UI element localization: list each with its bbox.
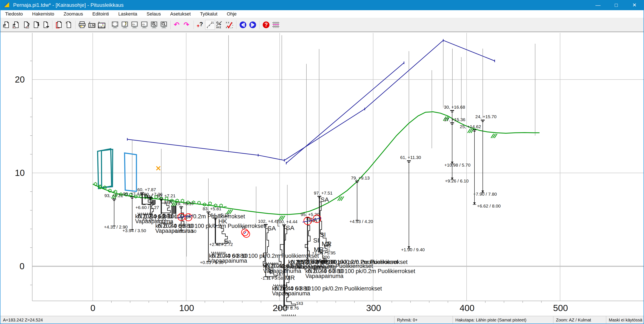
help-icon[interactable]: ?: [261, 20, 271, 30]
monitor-flash-icon[interactable]: [120, 20, 130, 30]
help-icon: ?: [262, 21, 270, 29]
monitor-flash-icon: [121, 21, 129, 29]
legend-vapaapainuma: Vapaapainuma: [305, 273, 344, 279]
monitor-pan-left-icon[interactable]: ⇦: [130, 20, 140, 30]
menu-item-zoomaus[interactable]: Zoomaus: [59, 10, 88, 18]
status-search-mode[interactable]: Hakutapa: Lähin piste (Samat pisteet): [453, 316, 554, 324]
app-logo-icon: [3, 2, 10, 9]
nav-next-icon[interactable]: [248, 20, 258, 30]
application-window: Pernaja.pi1.tdw* - [Kairausohje] - Pituu…: [0, 0, 644, 324]
sounding-bottom-label: +10.98 / 5.70: [444, 162, 470, 168]
points-check-icon[interactable]: x xx: [225, 20, 234, 30]
minimize-button[interactable]: —: [589, 0, 607, 10]
svg-text:x: x: [226, 26, 227, 29]
menu-item-ohje[interactable]: Ohje: [222, 10, 241, 18]
doc-arrow-down-icon: [32, 21, 40, 29]
docs-copy-red-icon: [55, 21, 63, 29]
y-axis-label: 20: [15, 74, 25, 84]
menu-item-selaus[interactable]: Selaus: [142, 10, 166, 18]
doc-open-chip-icon[interactable]: [12, 20, 21, 30]
sounding-top-label: 60, +7.87: [137, 187, 156, 192]
soil-label: MR: [285, 274, 295, 281]
measure-x21-icon: 21xx: [206, 21, 214, 29]
doc-open-up-icon: [2, 21, 10, 29]
doc-close-x-icon: x: [65, 21, 73, 29]
soil-label: SI: [320, 231, 326, 238]
doc-save-chip-icon: [22, 21, 30, 29]
maximize-button[interactable]: □: [607, 0, 625, 10]
menu-item-editointi[interactable]: Editointi: [88, 10, 114, 18]
status-zoom-mode[interactable]: Zoom: AZ / Kulmat: [554, 316, 606, 324]
sounding-bottom-label: +3.94 / 3.50: [122, 228, 146, 233]
toolbar-separator: [108, 20, 108, 29]
svg-text:↖: ↖: [112, 22, 114, 24]
soil-label: SA: [286, 224, 294, 231]
monitor-pan-right-icon[interactable]: ⇨: [140, 20, 149, 30]
printer-icon[interactable]: [77, 20, 87, 30]
monitor-zoom-out-icon[interactable]: [159, 20, 169, 30]
monitor-fit-icon[interactable]: ↖↗↙↘: [110, 20, 120, 30]
points-check-icon: x xx: [226, 21, 234, 29]
docs-copy-red-icon[interactable]: [54, 20, 64, 30]
nav-prev-icon[interactable]: [238, 20, 248, 30]
coords-xyz-icon[interactable]: +XYZ: [215, 20, 225, 30]
sounding-top-label: 95, +5.20: [301, 212, 319, 217]
menu-item-työkalut[interactable]: Työkalut: [196, 10, 222, 18]
point-query-icon[interactable]: +?: [196, 20, 205, 30]
red-circle-marker[interactable]: [242, 229, 248, 236]
coords-xyz-icon: +XYZ: [216, 21, 224, 29]
doc-close-x-icon[interactable]: x: [64, 20, 74, 30]
doc-arrow-down-icon[interactable]: [31, 20, 41, 30]
x-axis-label: 400: [460, 303, 474, 313]
monitor-zoom-out-icon: [160, 21, 168, 29]
sounding-bottom-label: +2.43 / 2.72: [209, 242, 233, 247]
sounding-top-label: 30, +16.68: [444, 104, 465, 110]
svg-text:21: 21: [211, 21, 214, 24]
toolbar-separator: [259, 20, 260, 29]
toolbar: xx1:50x↖↗↙↘⇦⇨↶↷+?21xx+XYZx xx?: [0, 18, 644, 32]
fence-grid-icon[interactable]: [271, 20, 281, 30]
svg-text:⇨: ⇨: [142, 22, 145, 26]
doc-save-chip-icon[interactable]: [21, 20, 31, 30]
x-axis-label: 0: [90, 303, 95, 313]
svg-text:?: ?: [264, 22, 268, 28]
section-drawing-canvas[interactable]: 01002003004005002010093, +7.21+4.31 / 2.…: [0, 32, 644, 316]
scale-150-icon[interactable]: x1:50: [87, 20, 97, 30]
fence-grid-icon: [272, 21, 280, 29]
sounding-bottom-label: -1.11 / 5.58: [261, 276, 283, 280]
toolbar-separator: [75, 20, 76, 29]
measure-x21-icon[interactable]: 21xx: [205, 20, 215, 30]
svg-text:x: x: [209, 24, 210, 26]
toolbar-separator: [236, 20, 236, 29]
close-button[interactable]: ✕: [625, 0, 644, 10]
soil-label: SA: [320, 196, 329, 203]
page-layout-icon[interactable]: x: [97, 20, 106, 30]
sounding-bottom-label: +4.93 / 4.20: [350, 219, 373, 224]
sounding-top-label: 19, +6.37: [175, 201, 194, 206]
doc-arrow-right-icon[interactable]: [41, 20, 50, 30]
svg-text:↘: ↘: [116, 24, 117, 26]
menu-item-tiedosto[interactable]: Tiedosto: [0, 10, 28, 18]
vegetation-icon: [208, 202, 212, 205]
red-circle-marker[interactable]: [243, 231, 250, 238]
status-group[interactable]: Ryhmä: 0+: [394, 316, 453, 324]
status-mask[interactable]: Maski ei käytössä: [606, 316, 644, 324]
svg-text:↷: ↷: [184, 21, 189, 28]
x-axis-label: 100: [179, 303, 194, 313]
redo-icon[interactable]: ↷: [182, 20, 192, 30]
sounding-top-label: 79, +9.13: [351, 176, 370, 180]
menu-item-asetukset[interactable]: Asetukset: [166, 10, 196, 18]
menu-item-hakemisto[interactable]: Hakemisto: [28, 10, 59, 18]
monitor-zoom-in-icon: [150, 21, 158, 29]
doc-open-up-icon[interactable]: [2, 20, 12, 30]
doc-arrow-right-icon: [42, 21, 50, 29]
nav-prev-icon: [239, 21, 247, 29]
undo-icon[interactable]: ↶: [172, 20, 182, 30]
sounding-top-label: 50, +7.21: [157, 193, 176, 198]
menu-item-laskenta[interactable]: Laskenta: [114, 10, 142, 18]
x-axis-label: 500: [553, 303, 568, 313]
soil-label: SI: [313, 237, 319, 244]
monitor-zoom-in-icon[interactable]: [149, 20, 159, 30]
sounding-top-label: 27, +15.36: [444, 117, 465, 122]
sounding-top-label: 93, +7.21: [104, 193, 123, 198]
